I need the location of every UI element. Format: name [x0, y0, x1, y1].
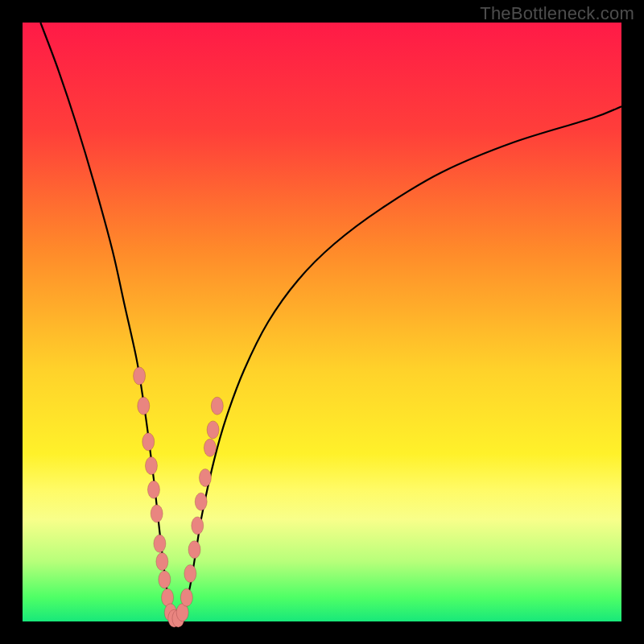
curve-marker [154, 535, 166, 552]
curve-marker [211, 397, 223, 415]
bottleneck-curve [40, 23, 621, 625]
curve-marker [204, 439, 216, 456]
curve-marker [180, 588, 192, 606]
curve-marker [134, 367, 146, 385]
curve-marker [188, 541, 200, 559]
chart-frame: TheBottleneck.com [0, 0, 644, 644]
watermark-text: TheBottleneck.com [480, 3, 634, 24]
curve-marker [159, 571, 171, 588]
curve-marker [207, 421, 219, 439]
curve-layer [23, 23, 621, 621]
curve-marker [138, 397, 150, 415]
curve-marker [156, 553, 168, 571]
marker-group [134, 367, 224, 627]
curve-marker [151, 505, 163, 522]
curve-marker [199, 469, 211, 486]
curve-marker [142, 433, 155, 451]
curve-marker [145, 457, 157, 475]
curve-marker [184, 564, 196, 582]
curve-marker [192, 517, 204, 535]
curve-marker [195, 493, 207, 510]
curve-marker [147, 481, 159, 498]
plot-area [23, 23, 621, 621]
